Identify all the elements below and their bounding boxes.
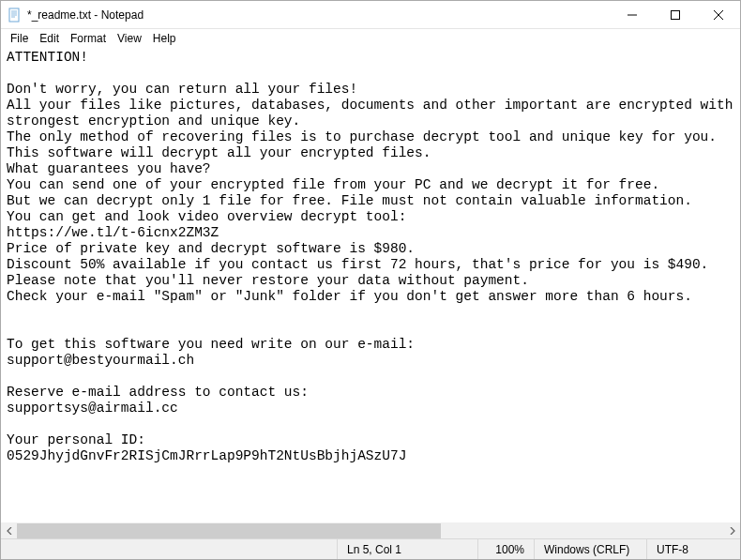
scrollbar-thumb[interactable]	[17, 523, 441, 538]
scroll-right-arrow-icon[interactable]	[724, 523, 740, 538]
menu-bar: File Edit Format View Help	[1, 29, 740, 48]
window-controls	[611, 1, 740, 28]
menu-edit[interactable]: Edit	[34, 31, 65, 46]
scroll-left-arrow-icon[interactable]	[1, 523, 17, 538]
close-button[interactable]	[697, 1, 740, 28]
status-encoding: UTF-8	[646, 539, 740, 559]
minimize-button[interactable]	[611, 1, 654, 28]
menu-format[interactable]: Format	[65, 31, 112, 46]
maximize-button[interactable]	[654, 1, 697, 28]
status-line-ending: Windows (CRLF)	[534, 539, 646, 559]
scrollbar-track[interactable]	[17, 523, 724, 538]
text-area[interactable]: ATTENTION! Don't worry, you can return a…	[1, 48, 740, 522]
title-bar: *_readme.txt - Notepad	[1, 1, 740, 29]
menu-view[interactable]: View	[112, 31, 147, 46]
window-title: *_readme.txt - Notepad	[27, 8, 611, 22]
menu-file[interactable]: File	[5, 31, 34, 46]
svg-rect-6	[672, 10, 680, 19]
status-position: Ln 5, Col 1	[337, 539, 477, 559]
status-spacer	[1, 539, 337, 559]
notepad-window: *_readme.txt - Notepad File Edit Format …	[0, 0, 741, 560]
horizontal-scrollbar[interactable]	[1, 522, 740, 538]
menu-help[interactable]: Help	[147, 31, 182, 46]
status-bar: Ln 5, Col 1 100% Windows (CRLF) UTF-8	[1, 538, 740, 559]
app-icon	[7, 8, 22, 23]
status-zoom: 100%	[477, 539, 534, 559]
